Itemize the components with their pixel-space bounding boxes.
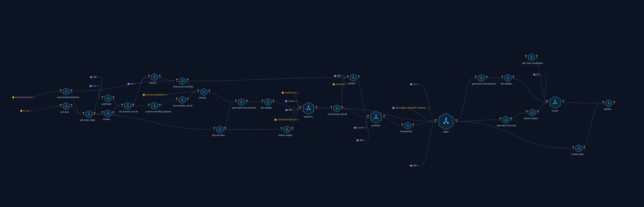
svg-point-17 (108, 112, 108, 112)
hex-icon[interactable] (549, 96, 561, 109)
node-glyph-icon (351, 76, 355, 80)
hex-icon[interactable] (404, 122, 411, 129)
tag-port (166, 94, 168, 95)
hex-icon[interactable] (528, 54, 535, 61)
node-gotator[interactable]: gotator (347, 74, 360, 85)
svg-point-9 (89, 113, 89, 113)
node-amass[interactable]: amass (102, 110, 114, 120)
node-get_repo[interactable]: get-repo-data (82, 111, 95, 121)
tag-text: resolvers-trusted.txt (278, 118, 297, 121)
node-gen_batches2[interactable]: generate-line-batches (475, 74, 488, 85)
output-ports (316, 106, 317, 109)
hex-icon[interactable] (124, 102, 131, 109)
node-awk_first[interactable]: awk-take-first-row (499, 116, 512, 127)
node-hostnames[interactable]: hostnames (402, 122, 414, 133)
hex-icon[interactable] (504, 74, 512, 82)
tag-tag_300b[interactable]: 300 (334, 75, 343, 77)
hex-icon[interactable] (238, 98, 245, 106)
node-custom_wl[interactable]: custom-wordlist-passive (148, 102, 161, 113)
tag-tag_300d[interactable]: 300 (410, 164, 419, 167)
node-user_repo[interactable]: username/repository (60, 88, 72, 98)
tag-tag_100[interactable]: 100 (90, 76, 98, 78)
tag-text: 300 (359, 139, 363, 141)
svg-point-14 (107, 99, 107, 99)
hex-icon[interactable] (605, 100, 612, 107)
hex-icon[interactable] (502, 116, 509, 123)
node-file_split2[interactable]: file-splitter (502, 74, 514, 85)
output-ports (384, 115, 385, 118)
node-subfinder[interactable]: subfinder (102, 95, 114, 105)
node-glyph-icon (607, 101, 611, 105)
hex-icon[interactable] (104, 95, 112, 102)
tag-tag_true1[interactable]: true (90, 85, 98, 87)
hex-icon[interactable] (264, 98, 272, 106)
node-glyph-icon (442, 117, 450, 126)
tag-tag_ua[interactable]: User-Agent: Mozilla/5.0 (Windo... (392, 107, 430, 109)
node-batch_out1[interactable]: batch-output (280, 126, 293, 136)
hex-icon[interactable] (179, 77, 186, 85)
hex-icon[interactable] (302, 102, 314, 114)
input-ports (300, 106, 301, 109)
svg-point-89 (508, 76, 508, 77)
node-rec_cat_3[interactable]: recursively-cat-all (330, 105, 343, 115)
hex-icon[interactable] (62, 88, 70, 95)
node-gen_batches1[interactable]: generate-line-batches (235, 98, 248, 109)
hex-icon[interactable] (104, 110, 112, 117)
node-rec_cat_1[interactable]: recursively-cat-all (122, 102, 134, 113)
hex-icon[interactable] (151, 74, 158, 81)
node-limit_env[interactable]: limit-environments (176, 77, 188, 88)
hex-icon[interactable] (529, 109, 536, 116)
hex-icon[interactable] (478, 74, 485, 82)
hex-icon[interactable] (350, 74, 357, 81)
hex-icon[interactable] (62, 103, 70, 110)
node-update[interactable]: update (602, 100, 615, 110)
tag-tag_resolvers[interactable]: resolvers.txt (282, 91, 299, 94)
tag-port (134, 83, 136, 85)
node-get_all[interactable]: get-all-data (214, 126, 226, 136)
hex-icon[interactable] (333, 105, 340, 112)
node-nuclei[interactable]: nuclei (549, 96, 562, 112)
hex-icon[interactable] (370, 111, 382, 123)
tag-tag_bestdns[interactable]: best-dns-wordlist.txt (143, 94, 168, 96)
node-puredns2[interactable]: puredns (370, 111, 382, 127)
output-ports (342, 106, 343, 109)
tag-tag_resolve2[interactable]: resolve (354, 127, 366, 129)
node-mksub[interactable]: mksub (198, 88, 210, 99)
node-httpx[interactable]: httpx (438, 113, 454, 133)
node-label: recursively-cat-all (173, 104, 188, 107)
hex-icon[interactable] (216, 126, 224, 133)
tag-tag_resolve[interactable]: resolve (285, 100, 297, 102)
node-create_data[interactable]: create-data (572, 145, 585, 155)
tag-tag_idrsa[interactable]: id_rsa (20, 110, 31, 112)
tag-tag_50[interactable]: 50 (533, 73, 541, 76)
tag-tag_scanner[interactable]: mhmdiaa/scanner (12, 96, 35, 98)
tag-tag_wordstxt[interactable]: words.txt (333, 83, 347, 85)
hex-icon[interactable] (179, 96, 186, 103)
svg-point-50 (240, 102, 241, 103)
hex-icon[interactable] (200, 88, 207, 95)
tag-tag_restrust[interactable]: resolvers-trusted.txt (274, 118, 299, 121)
tag-port (418, 84, 419, 85)
output-ports (456, 119, 457, 122)
tag-tag_true2[interactable]: true (410, 83, 419, 85)
hex-icon[interactable] (575, 145, 582, 152)
node-rec_cat_2[interactable]: recursively-cat-all (176, 96, 188, 107)
tag-tag_24[interactable]: 2:4 (128, 83, 136, 85)
node-glyph-icon (504, 118, 508, 122)
tag-tag_300c[interactable]: 300 (356, 139, 365, 141)
hex-icon[interactable] (438, 113, 454, 130)
node-get_templates[interactable]: get-repo-templates (525, 54, 538, 64)
node-batch_out2[interactable]: batch-output (526, 109, 539, 120)
node-file_split1[interactable]: file-splitter (262, 98, 274, 109)
node-dsieve[interactable]: dsieve (148, 74, 161, 84)
node-puredns1[interactable]: puredns (302, 102, 315, 118)
hex-icon[interactable] (151, 102, 158, 109)
workflow-canvas[interactable]: username/repository ssh-key get-repo-dat… (0, 0, 644, 207)
tag-tag_300a[interactable]: 300 (286, 109, 294, 111)
hex-icon[interactable] (283, 126, 290, 133)
svg-point-99 (533, 113, 533, 113)
hex-icon[interactable] (85, 111, 92, 118)
node-ssh_key[interactable]: ssh-key (60, 103, 72, 113)
tag-text: resolve (357, 127, 364, 129)
tag-text: 300 (337, 75, 340, 77)
